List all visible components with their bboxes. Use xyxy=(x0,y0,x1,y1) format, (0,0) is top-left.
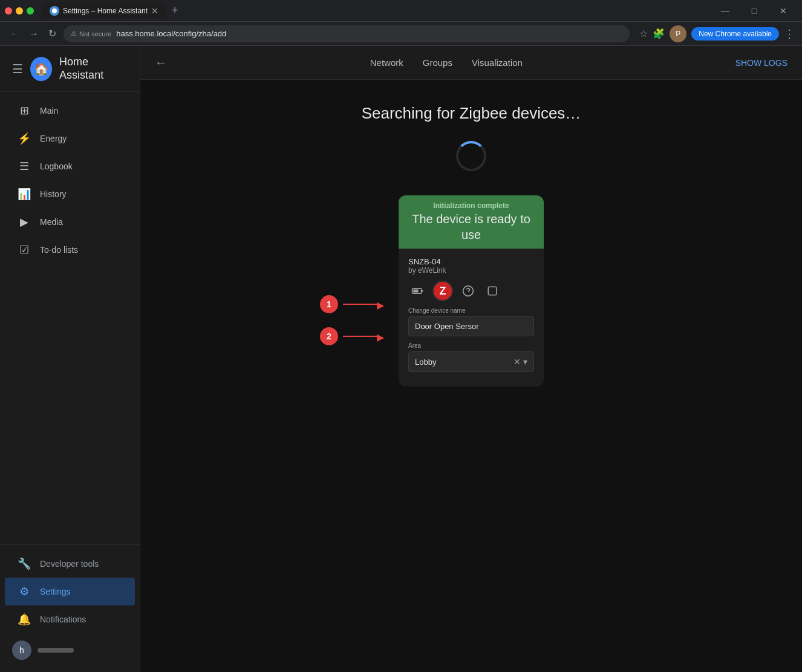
app-layout: ☰ 🏠 Home Assistant ⊞ Main ⚡ Energy ☰ Log… xyxy=(0,46,802,672)
browser-titlebar: Settings – Home Assistant ✕ + — □ ✕ xyxy=(0,0,802,22)
url-display: hass.home.local/config/zha/add xyxy=(116,29,226,38)
browser-frame: Settings – Home Assistant ✕ + — □ ✕ ← → … xyxy=(0,0,802,672)
callout-arrow-1: ▶ xyxy=(343,304,379,305)
page-content: Searching for Zigbee devices… 1 ▶ xyxy=(140,80,802,672)
back-btn[interactable]: ← xyxy=(7,26,22,42)
profile-avatar[interactable]: P xyxy=(670,25,686,42)
toolbar-right: ☆ 🧩 P New Chrome available ⋮ xyxy=(639,25,795,42)
help-icon xyxy=(459,282,477,300)
close-btn[interactable]: ✕ xyxy=(769,0,797,22)
sidebar-title: Home Assistant xyxy=(59,56,128,82)
browser-toolbar: ← → ↻ ⚠ Not secure hass.home.local/confi… xyxy=(0,22,802,46)
forward-btn[interactable]: → xyxy=(27,26,41,42)
warning-icon: ⚠ xyxy=(71,30,77,38)
user-info xyxy=(37,648,74,653)
device-name-row: SNZB-04 by eWeLink xyxy=(408,257,534,275)
sidebar-nav: ⊞ Main ⚡ Energy ☰ Logbook 📊 History ▶ xyxy=(0,92,140,544)
area-field: Area Lobby ✕ ▾ xyxy=(408,342,534,372)
square-icon xyxy=(483,282,501,300)
security-indicator: ⚠ Not secure xyxy=(71,30,111,38)
tab-favicon xyxy=(50,6,59,16)
sidebar-item-main[interactable]: ⊞ Main xyxy=(5,97,135,125)
sidebar-item-developer-tools[interactable]: 🔧 Developer tools xyxy=(5,550,135,578)
device-name-field: Change device name Door Open Sersor xyxy=(408,307,534,336)
sidebar-item-history[interactable]: 📊 History xyxy=(5,180,135,208)
main-icon: ⊞ xyxy=(17,104,31,117)
dev-tools-label: Developer tools xyxy=(40,559,99,569)
logbook-icon: ☰ xyxy=(17,160,31,173)
searching-heading: Searching for Zigbee devices… xyxy=(362,104,581,123)
loading-spinner xyxy=(456,141,486,171)
energy-label: Energy xyxy=(40,134,67,143)
nav-link-groups[interactable]: Groups xyxy=(420,53,455,73)
settings-icon: ⚙ xyxy=(17,585,31,598)
card-with-callouts: 1 ▶ 2 ▶ Initia xyxy=(399,189,544,387)
nav-link-network[interactable]: Network xyxy=(368,53,406,73)
callout-1-container: 1 ▶ xyxy=(320,295,379,313)
maximize-btn[interactable]: □ xyxy=(740,0,768,22)
device-brand: by eWeLink xyxy=(408,266,534,275)
area-input-row[interactable]: Lobby ✕ ▾ xyxy=(408,351,534,372)
sidebar-item-energy[interactable]: ⚡ Energy xyxy=(5,125,135,152)
area-field-label: Area xyxy=(408,342,534,349)
sidebar-item-media[interactable]: ▶ Media xyxy=(5,208,135,236)
device-ready-text: The device is ready to use xyxy=(408,211,534,243)
spinner xyxy=(456,141,486,171)
notifications-icon: 🔔 xyxy=(17,613,31,626)
show-logs-btn[interactable]: SHOW LOGS xyxy=(735,58,787,68)
sidebar-bottom: 🔧 Developer tools ⚙ Settings 🔔 Notificat… xyxy=(0,544,140,672)
bookmark-icon[interactable]: ☆ xyxy=(639,28,648,39)
minimize-btn[interactable]: — xyxy=(711,0,739,22)
tab-title: Settings – Home Assistant xyxy=(63,7,148,15)
chrome-update-btn[interactable]: New Chrome available xyxy=(691,27,779,41)
win-controls: — □ ✕ xyxy=(711,0,797,22)
media-label: Media xyxy=(40,217,63,227)
sidebar-item-todo[interactable]: ☑ To-do lists xyxy=(5,236,135,264)
reload-btn[interactable]: ↻ xyxy=(46,25,59,42)
main-content: ← Network Groups Visualization SHOW LOGS… xyxy=(140,46,802,672)
sidebar-item-settings[interactable]: ⚙ Settings xyxy=(5,578,135,605)
device-name-field-label: Change device name xyxy=(408,307,534,314)
svg-point-0 xyxy=(52,8,57,13)
sidebar-item-logbook[interactable]: ☰ Logbook xyxy=(5,152,135,180)
win-close-btn[interactable] xyxy=(5,7,12,15)
device-name-input[interactable]: Door Open Sersor xyxy=(408,316,534,336)
sidebar-logo: 🏠 xyxy=(30,57,52,81)
callout-number-1: 1 xyxy=(320,295,338,313)
logbook-label: Logbook xyxy=(40,161,73,171)
todo-label: To-do lists xyxy=(40,245,78,255)
extensions-icon[interactable]: 🧩 xyxy=(653,28,665,39)
area-clear-btn[interactable]: ✕ xyxy=(513,357,521,367)
svg-rect-6 xyxy=(488,287,497,295)
win-min-btn[interactable] xyxy=(16,7,23,15)
battery-icon xyxy=(408,282,426,300)
sidebar-item-notifications[interactable]: 🔔 Notifications xyxy=(5,605,135,633)
active-tab[interactable]: Settings – Home Assistant ✕ xyxy=(42,2,166,19)
security-label: Not secure xyxy=(79,30,111,38)
nav-link-visualization[interactable]: Visualization xyxy=(469,53,525,73)
new-tab-btn[interactable]: + xyxy=(168,4,182,17)
callout-arrow-2: ▶ xyxy=(343,336,379,337)
card-body: SNZB-04 by eWeLink Z xyxy=(399,249,544,387)
back-arrow-btn[interactable]: ← xyxy=(155,56,167,70)
user-avatar[interactable]: h xyxy=(12,641,31,660)
zigbee-icon: Z xyxy=(432,281,453,301)
area-dropdown-btn[interactable]: ▾ xyxy=(523,357,527,367)
tab-bar: Settings – Home Assistant ✕ + xyxy=(42,0,182,21)
media-icon: ▶ xyxy=(17,215,31,229)
svg-rect-2 xyxy=(422,290,423,292)
device-icons-row: Z xyxy=(408,281,534,301)
device-model: SNZB-04 xyxy=(408,257,534,266)
notifications-label: Notifications xyxy=(40,615,86,624)
todo-icon: ☑ xyxy=(17,243,31,256)
window-controls xyxy=(5,7,34,15)
tab-close-btn[interactable]: ✕ xyxy=(151,6,158,16)
hamburger-menu-btn[interactable]: ☰ xyxy=(12,62,23,76)
sidebar: ☰ 🏠 Home Assistant ⊞ Main ⚡ Energy ☰ Log… xyxy=(0,46,140,672)
browser-menu-btn[interactable]: ⋮ xyxy=(784,27,795,41)
device-card: Initialization complete The device is re… xyxy=(399,195,544,387)
area-value: Lobby xyxy=(415,357,513,367)
top-nav: ← Network Groups Visualization SHOW LOGS xyxy=(140,46,802,80)
win-max-btn[interactable] xyxy=(27,7,34,15)
address-bar[interactable]: ⚠ Not secure hass.home.local/config/zha/… xyxy=(64,25,630,42)
